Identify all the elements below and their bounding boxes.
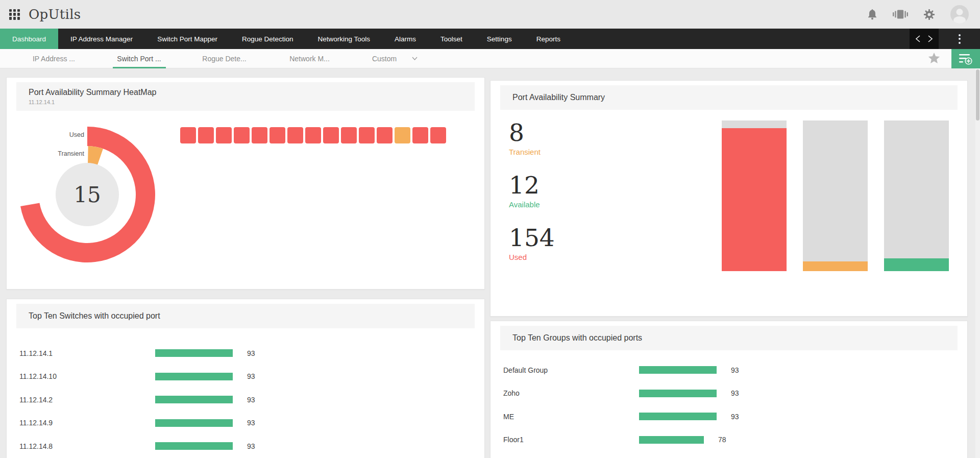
stat-value: 8 bbox=[509, 120, 555, 145]
row-bar bbox=[639, 390, 717, 397]
switch-row: 11.12.14.1093 bbox=[7, 365, 484, 389]
subtab-custom[interactable]: Custom bbox=[352, 49, 437, 68]
row-value: 78 bbox=[718, 436, 726, 444]
main-navigation: DashboardIP Address ManagerSwitch Port M… bbox=[0, 29, 980, 49]
group-row: ME93 bbox=[491, 405, 967, 428]
stat-value: 12 bbox=[509, 173, 555, 198]
stat-transient: 8Transient bbox=[509, 120, 555, 156]
stat-label: Available bbox=[509, 200, 555, 209]
subtab-ip-address[interactable]: IP Address ... bbox=[11, 49, 96, 68]
heatmap-cell-used bbox=[180, 127, 196, 143]
panel-title: Top Ten Switches with occupied port bbox=[29, 311, 462, 321]
panel-header: Top Ten Groups with occupied ports bbox=[500, 326, 958, 350]
dashboard-subtabs: IP Address ...Switch Port ...Rogue Dete.… bbox=[0, 49, 980, 68]
panel-title: Top Ten Groups with occupied ports bbox=[512, 333, 945, 343]
subtab-rogue-dete[interactable]: Rogue Dete... bbox=[182, 49, 267, 68]
row-bar bbox=[155, 373, 233, 380]
heatmap-cell-used bbox=[412, 127, 428, 143]
nav-tab-dashboard[interactable]: Dashboard bbox=[0, 29, 58, 49]
vertical-bar-transient bbox=[803, 120, 868, 271]
heatmap-cell-used bbox=[270, 127, 285, 143]
nav-tab-toolset[interactable]: Toolset bbox=[428, 29, 475, 49]
port-heatmap-grid bbox=[180, 127, 446, 143]
add-widget-button[interactable] bbox=[951, 49, 980, 68]
row-bar bbox=[155, 396, 233, 403]
switch-row: 11.12.14.293 bbox=[7, 388, 484, 412]
app-launcher-grid-icon[interactable] bbox=[9, 9, 20, 20]
heatmap-cell-used bbox=[287, 127, 303, 143]
vertical-bar-used bbox=[722, 120, 787, 271]
row-value: 93 bbox=[247, 419, 255, 427]
row-bar bbox=[639, 366, 717, 374]
stat-label: Transient bbox=[509, 148, 555, 156]
panel-top-switches: Top Ten Switches with occupied port 11.1… bbox=[6, 299, 485, 458]
donut-label-used: Used bbox=[69, 131, 84, 138]
notifications-bell-icon[interactable] bbox=[867, 9, 877, 20]
panel-port-availability-heatmap: Port Availability Summary HeatMap 11.12.… bbox=[6, 77, 485, 290]
panel-header: Port Availability Summary bbox=[500, 85, 958, 110]
switch-row: 11.12.14.893 bbox=[7, 435, 484, 458]
row-label: ME bbox=[503, 413, 639, 421]
heatmap-cell-used bbox=[377, 127, 393, 143]
favorite-star-icon[interactable] bbox=[917, 53, 951, 64]
nav-right-controls bbox=[910, 29, 980, 49]
nav-tab-switch-port-mapper[interactable]: Switch Port Mapper bbox=[145, 29, 230, 49]
settings-gear-icon[interactable] bbox=[923, 9, 935, 20]
subtab-label: Network M... bbox=[289, 55, 330, 63]
nav-tab-alarms[interactable]: Alarms bbox=[382, 29, 428, 49]
stat-value: 154 bbox=[509, 226, 555, 250]
row-label: Default Group bbox=[503, 366, 639, 374]
nav-tab-reports[interactable]: Reports bbox=[524, 29, 573, 49]
stat-used: 154Used bbox=[509, 226, 555, 261]
stat-label: Used bbox=[509, 253, 555, 261]
dashboard-content: Port Availability Summary HeatMap 11.12.… bbox=[0, 68, 980, 458]
heatmap-cell-used bbox=[305, 127, 321, 143]
heatmap-cell-used bbox=[323, 127, 339, 143]
chevron-left-icon[interactable] bbox=[916, 35, 920, 42]
row-bar bbox=[639, 413, 717, 420]
panel-top-groups: Top Ten Groups with occupied ports Defau… bbox=[490, 321, 968, 458]
main-nav-tabs: DashboardIP Address ManagerSwitch Port M… bbox=[0, 29, 573, 49]
nav-scroll-controls bbox=[910, 29, 939, 49]
vertical-bar-fill bbox=[722, 128, 787, 271]
group-row: Zoho93 bbox=[491, 382, 967, 405]
row-value: 93 bbox=[247, 396, 255, 404]
nav-tab-rogue-detection[interactable]: Rogue Detection bbox=[230, 29, 306, 49]
switch-row: 11.12.14.193 bbox=[7, 342, 484, 365]
scrollbar-thumb[interactable] bbox=[976, 69, 979, 120]
row-value: 93 bbox=[247, 372, 255, 380]
row-label: 11.12.14.8 bbox=[19, 442, 155, 450]
vertical-bar-fill bbox=[884, 258, 949, 271]
subtab-switch-port[interactable]: Switch Port ... bbox=[96, 49, 182, 68]
chevron-right-icon[interactable] bbox=[928, 35, 933, 42]
subtab-label: Switch Port ... bbox=[117, 55, 161, 63]
panel-port-availability-summary: Port Availability Summary 8Transient12Av… bbox=[490, 80, 968, 317]
heatmap-cell-used bbox=[341, 127, 357, 143]
panel-title: Port Availability Summary HeatMap bbox=[29, 88, 462, 97]
row-label: 11.12.14.1 bbox=[19, 349, 155, 357]
topbar: OpUtils bbox=[0, 0, 980, 29]
vertical-bar-fill bbox=[803, 261, 868, 271]
heatmap-cell-used bbox=[359, 127, 375, 143]
kebab-menu-icon[interactable] bbox=[939, 29, 980, 49]
user-avatar[interactable] bbox=[950, 5, 969, 23]
row-value: 93 bbox=[731, 413, 739, 421]
summary-stats: 8Transient12Available154Used bbox=[509, 120, 555, 278]
subtab-network-m[interactable]: Network M... bbox=[267, 49, 352, 68]
panel-title: Port Availability Summary bbox=[512, 93, 945, 102]
groups-bar-list: Default Group93Zoho93ME93Floor178 bbox=[491, 358, 967, 451]
subtab-label: Custom bbox=[372, 55, 397, 63]
row-value: 93 bbox=[247, 442, 255, 450]
switch-row: 11.12.14.993 bbox=[7, 412, 484, 435]
scrollbar-track[interactable] bbox=[975, 68, 980, 458]
donut-segment bbox=[88, 146, 103, 165]
nav-tab-settings[interactable]: Settings bbox=[475, 29, 524, 49]
row-bar bbox=[155, 349, 233, 357]
heatmap-cell-used bbox=[216, 127, 232, 143]
nav-tab-ip-address-manager[interactable]: IP Address Manager bbox=[58, 29, 145, 49]
nav-tab-networking-tools[interactable]: Networking Tools bbox=[306, 29, 383, 49]
apps-switcher-icon[interactable] bbox=[893, 9, 908, 20]
row-bar bbox=[155, 419, 233, 427]
row-value: 93 bbox=[731, 389, 739, 397]
donut-center-value: 15 bbox=[74, 182, 101, 207]
